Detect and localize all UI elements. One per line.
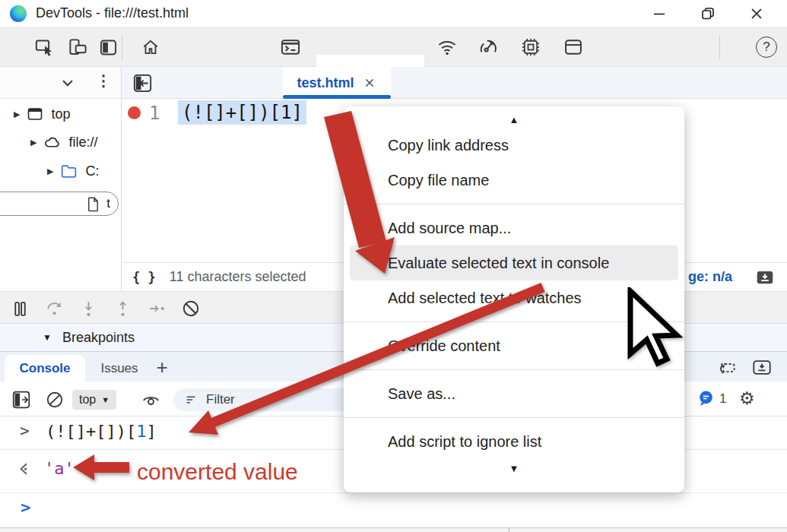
close-drawer-button[interactable] [751, 357, 773, 378]
tree-item-test-file[interactable]: t [0, 192, 119, 216]
echo-number: 1 [136, 422, 146, 441]
chevron-down-icon [58, 73, 78, 93]
message-count: 1 [719, 391, 726, 407]
dock-bottom-button[interactable] [754, 268, 776, 287]
breakpoints-label: Breakpoints [62, 330, 135, 346]
navigator-more-menu-button[interactable]: ⋮ [96, 71, 111, 90]
step-into-button[interactable] [78, 298, 99, 319]
panel-left-icon [98, 37, 119, 58]
menu-item-override-content[interactable]: Override content [344, 328, 684, 363]
menu-scroll-up[interactable]: ▲ [344, 111, 684, 128]
close-tab-icon[interactable] [362, 75, 377, 90]
more-drawer-tools-button[interactable]: + [151, 353, 173, 381]
expand-arrow-icon[interactable]: ▶ [30, 138, 36, 147]
echo-code: (![]+[])[ [46, 422, 136, 441]
tree-item-file-label: file:// [68, 135, 97, 150]
clear-console-button[interactable] [44, 389, 65, 410]
device-emulation-button[interactable] [65, 35, 90, 59]
menu-separator [344, 369, 684, 370]
show-navigator-button[interactable] [132, 73, 153, 93]
close-button[interactable] [740, 1, 773, 27]
menu-item-add-script-to-ignore-list[interactable]: Add script to ignore list [344, 424, 684, 459]
tab-network-button[interactable] [435, 35, 459, 59]
tree-item-drive-c[interactable]: ▶ C: [47, 162, 99, 181]
expand-arrow-icon[interactable]: ▶ [47, 166, 53, 176]
navigator-collapse-button[interactable] [58, 73, 78, 93]
menu-separator [344, 204, 684, 204]
expand-arrow-icon[interactable]: ▶ [14, 109, 20, 119]
inspect-element-button[interactable] [32, 35, 56, 59]
tab-console-button[interactable] [278, 35, 303, 59]
minimize-button[interactable] [643, 1, 676, 27]
inspect-cursor-icon [34, 37, 55, 58]
step-over-button[interactable] [43, 298, 65, 319]
selection-status: 11 characters selected [170, 269, 306, 285]
menu-item-copy-link-address[interactable]: Copy link address [344, 128, 684, 163]
scroll-down-icon: ▼ [509, 463, 519, 474]
tab-performance-button[interactable] [476, 35, 500, 59]
navigator-header: ⋮ [0, 67, 122, 99]
tree-item-file-scheme[interactable]: ▶ file:// [30, 133, 97, 152]
help-button[interactable]: ? [756, 36, 777, 58]
tab-issues[interactable]: Issues [93, 355, 146, 382]
step-button[interactable] [146, 298, 167, 319]
menu-item-copy-file-name[interactable]: Copy file name [344, 163, 684, 198]
menu-item-add-to-watches[interactable]: Add selected text to watches [344, 280, 684, 315]
tree-item-drive-label: C: [85, 163, 99, 179]
cloud-icon [43, 133, 62, 152]
drawer-bottom-strip [0, 527, 787, 532]
tab-application-button[interactable] [561, 35, 585, 59]
console-prompt-icon: > [21, 498, 30, 517]
scroll-up-icon: ▲ [509, 114, 519, 125]
line-number[interactable]: 1 [149, 103, 160, 124]
menu-item-label: Evaluate selected text in console [388, 255, 609, 272]
echo-chevron-icon: > [20, 422, 30, 440]
breakpoint-dot[interactable] [128, 106, 141, 119]
console-settings-button[interactable]: ⚙ [739, 388, 755, 409]
selected-code[interactable]: (![]+[])[1] [178, 100, 306, 125]
tab-console[interactable]: Console [5, 355, 85, 382]
menu-item-label: Override content [388, 337, 500, 355]
panel-down-icon [751, 357, 773, 378]
messages-bubble-icon[interactable] [697, 389, 716, 408]
menu-item-add-source-map[interactable]: Add source map... [344, 211, 684, 245]
javascript-context-dropdown[interactable]: top ▼ [72, 390, 116, 410]
title-bar: DevTools - file:///test.html [0, 0, 787, 27]
pretty-print-button[interactable]: { } [132, 270, 156, 285]
step-into-icon [79, 299, 98, 318]
editor-tab-test-html[interactable]: test.html [283, 67, 391, 99]
close-icon [747, 5, 766, 23]
menu-item-save-as[interactable]: Save as... [344, 376, 684, 411]
create-live-expression-button[interactable] [140, 389, 161, 410]
step-out-button[interactable] [112, 298, 133, 319]
deactivate-breakpoints-button[interactable] [180, 298, 202, 319]
memory-chip-icon [520, 36, 541, 58]
tab-welcome-icon-wrap[interactable] [138, 35, 163, 59]
window-title: DevTools - file:///test.html [36, 5, 189, 21]
sidebar-arrow-icon [11, 390, 31, 410]
activity-bar-toggle-button[interactable] [96, 35, 120, 59]
console-prompt-row[interactable]: > [0, 492, 787, 527]
editor-tab-label: test.html [297, 75, 354, 91]
step-icon [148, 299, 167, 318]
menu-item-evaluate-selected-text[interactable]: Evaluate selected text in console [350, 245, 678, 280]
pause-script-button[interactable] [9, 298, 30, 319]
restore-icon [699, 5, 717, 23]
tab-console-label: Console [19, 361, 70, 376]
echoed-expression: (![]+[])[1] [46, 422, 157, 441]
tree-item-top[interactable]: ▶ top [14, 105, 71, 123]
filter-lines-icon [184, 392, 199, 407]
result-value[interactable]: 'a' [44, 459, 75, 478]
menu-scroll-down[interactable]: ▼ [344, 459, 684, 477]
navigator-pane: ▶ top ▶ file:// ▶ C: t [0, 99, 122, 291]
menu-item-label: Add selected text to watches [388, 290, 582, 307]
restore-drawer-button[interactable] [716, 357, 737, 378]
toolbar-separator [122, 35, 122, 59]
menu-item-label: Copy file name [388, 172, 489, 189]
show-console-sidebar-button[interactable] [11, 389, 32, 410]
restore-button[interactable] [691, 1, 725, 27]
tab-memory-button[interactable] [519, 35, 543, 59]
section-collapse-icon[interactable]: ▼ [43, 332, 52, 343]
minimize-icon [650, 5, 668, 23]
coverage-link[interactable]: ge: n/a [688, 269, 732, 285]
